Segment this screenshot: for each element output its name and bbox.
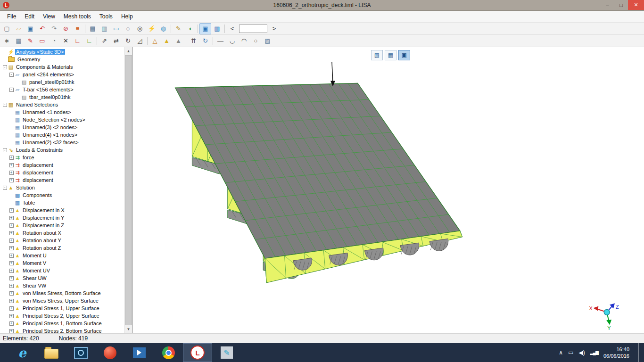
collapse-icon[interactable]: - [9, 73, 14, 77]
line-button[interactable]: — [215, 35, 226, 47]
network-icon[interactable]: ▂▄▆ [590, 350, 598, 355]
display-tray-icon[interactable]: ▭ [568, 349, 573, 356]
tree-item-displacement-in-z[interactable]: +▲Displacement in Z [0, 222, 124, 229]
element-table-button[interactable]: ▦ [13, 35, 25, 47]
expand-icon[interactable]: + [9, 321, 14, 326]
tree-item-principal-stress-2-bottom-surface[interactable]: +▲Principal Stress 2, Bottom Surface [0, 327, 124, 333]
taskbar-video-app-button[interactable] [124, 343, 154, 362]
display-options-button[interactable]: ▭ [110, 23, 122, 34]
expand-icon[interactable]: + [9, 171, 14, 175]
taskbar-chrome-button[interactable] [154, 343, 183, 362]
change-element-shape-button[interactable]: ▲ [161, 35, 173, 47]
save-file-button[interactable]: ▣ [25, 23, 36, 34]
tree-item-von-mises-stress-upper-surface[interactable]: +▲von Mises Stress, Upper Surface [0, 297, 124, 304]
collapse-icon[interactable]: - [3, 65, 7, 69]
expand-icon[interactable]: + [9, 314, 14, 318]
new-part-button[interactable]: ◖ [184, 23, 196, 34]
rotate-axes-button[interactable]: ∟ [83, 35, 95, 47]
open-curve-button[interactable]: ◡ [226, 35, 238, 47]
expand-icon[interactable]: + [9, 276, 14, 280]
extrude-button[interactable]: ⇈ [188, 35, 199, 47]
open-file-button[interactable]: ▱ [13, 23, 25, 34]
redo-button[interactable]: ↷ [48, 23, 60, 34]
tree-item-table[interactable]: ▦Table [0, 199, 124, 206]
tree-item-displacement-in-x[interactable]: +▲Displacement in X [0, 206, 124, 214]
collapse-icon[interactable]: - [3, 148, 7, 152]
scale-button[interactable]: ◿ [134, 35, 146, 47]
expand-icon[interactable]: + [9, 239, 14, 243]
tree-item-shear-uw[interactable]: +▲Shear UW [0, 274, 124, 282]
circle-button[interactable]: ○ [250, 35, 262, 47]
taskbar-explorer-button[interactable] [37, 343, 66, 362]
expand-icon[interactable]: + [9, 208, 14, 213]
expand-icon[interactable]: + [9, 261, 14, 265]
menu-view[interactable]: View [39, 12, 59, 21]
expand-icon[interactable]: + [9, 216, 14, 220]
tree-item-named-selections[interactable]: -▦Named Selections [0, 101, 124, 108]
menu-file[interactable]: File [3, 12, 20, 21]
copy-image-button[interactable]: ▤ [87, 23, 99, 34]
tree-item-tbar-steel0p01thk[interactable]: ▨tbar_steel0p01thk [0, 93, 124, 101]
tree-item-unnamed-2-32-faces[interactable]: ▦Unnamed(2) <32 faces> [0, 139, 124, 146]
expand-icon[interactable]: + [9, 299, 14, 303]
expand-icon[interactable]: + [9, 178, 14, 182]
tree-item-t-bar-156-elements[interactable]: -▱T-bar <156 elements> [0, 86, 124, 93]
tree-item-panel-steel0p01thk[interactable]: ▨panel_steel0p01thk [0, 78, 124, 86]
tree-item-rotation-about-x[interactable]: +▲Rotation about X [0, 229, 124, 237]
expand-icon[interactable]: + [9, 246, 14, 250]
taskbar-red-circle-app-button[interactable] [95, 343, 124, 362]
tree-item-loads-constraints[interactable]: -⇘Loads & Constraints [0, 146, 124, 154]
tree-item-analysis-static-3d[interactable]: ⚡Analysis <Static 3D> [0, 48, 124, 56]
scroll-down-icon[interactable]: ▼ [124, 325, 132, 333]
collapse-icon[interactable]: - [3, 186, 7, 190]
surface-fill-button[interactable]: ▨ [262, 35, 273, 47]
expand-icon[interactable]: + [9, 291, 14, 296]
view-front-button[interactable]: ▧ [371, 50, 383, 60]
menu-help[interactable]: Help [117, 12, 137, 21]
taskbar-ie-button[interactable]: e [8, 343, 37, 362]
tree-item-components[interactable]: ▩Components [0, 191, 124, 199]
expand-icon[interactable]: + [9, 284, 14, 288]
tree-item-von-mises-stress-bottom-surface[interactable]: +▲von Mises Stress, Bottom Surface [0, 289, 124, 297]
node-tool-button[interactable]: ∗ [1, 35, 13, 47]
taskbar-screen-capture-button[interactable] [66, 343, 95, 362]
view-shaded-button[interactable]: ▣ [398, 50, 410, 60]
zoom-window-button[interactable]: ◎ [134, 23, 146, 34]
tree-item-rotation-about-y[interactable]: +▲Rotation about Y [0, 237, 124, 244]
undo-button[interactable]: ↶ [36, 23, 48, 34]
print-button[interactable]: ▥ [99, 23, 110, 34]
tree-item-components-materials[interactable]: -▤Components & Materials [0, 63, 124, 71]
revolve-button[interactable]: ↻ [199, 35, 211, 47]
menu-tools[interactable]: Tools [95, 12, 117, 21]
solve-button[interactable]: ⚡ [146, 23, 157, 34]
tree-item-moment-v[interactable]: +▲Moment V [0, 259, 124, 267]
loadcase-input[interactable] [239, 25, 267, 33]
expand-icon[interactable]: + [9, 329, 14, 333]
taskbar-lisa-button[interactable]: L [183, 343, 212, 362]
tree-item-moment-uv[interactable]: +▲Moment UV [0, 267, 124, 274]
tree-item-geometry[interactable]: Geometry [0, 56, 124, 63]
menu-edit[interactable]: Edit [20, 12, 39, 21]
web-help-button[interactable]: ◍ [157, 23, 169, 34]
tree-scrollbar[interactable]: ▲ ▼ [124, 47, 132, 333]
tree-item-principal-stress-1-upper-surface[interactable]: +▲Principal Stress 1, Upper Surface [0, 304, 124, 312]
tree-item-displacement-in-y[interactable]: +▲Displacement in Y [0, 214, 124, 222]
mirror-button[interactable]: ⇄ [110, 35, 122, 47]
edit-geometry-button[interactable]: ✎ [173, 23, 184, 34]
tree-item-unnamed-3-2-nodes[interactable]: ▦Unnamed(3) <2 nodes> [0, 123, 124, 131]
tree-item-unnamed-1-nodes[interactable]: ▦Unnamed <1 nodes> [0, 108, 124, 116]
close-button[interactable]: ✕ [628, 0, 644, 10]
closed-curve-button[interactable]: ◠ [238, 35, 250, 47]
translate-button[interactable]: ⇗ [99, 35, 110, 47]
expand-icon[interactable]: + [9, 269, 14, 273]
collapse-icon[interactable]: - [3, 103, 7, 107]
tree-item-force[interactable]: +⇉force [0, 154, 124, 161]
rotate-button[interactable]: ↻ [122, 35, 134, 47]
clock[interactable]: 16:40 06/06/2016 [603, 346, 629, 360]
minimize-button[interactable]: – [601, 0, 614, 10]
measure-button[interactable]: ◔ [48, 35, 60, 47]
draw-node-button[interactable]: ✎ [25, 35, 36, 47]
view-shaded-button[interactable]: ▣ [199, 23, 211, 34]
expand-icon[interactable]: + [9, 306, 14, 311]
scrollbar-thumb[interactable] [125, 55, 132, 325]
